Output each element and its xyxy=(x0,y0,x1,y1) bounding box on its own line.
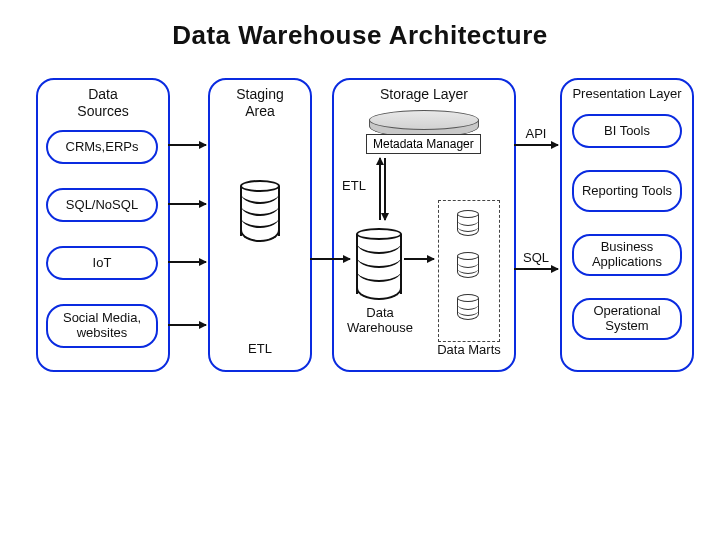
connector-sql-label: SQL xyxy=(518,250,554,265)
source-item-crms-erps: CRMs,ERPs xyxy=(46,130,158,164)
panel-title-storage: Storage Layer xyxy=(334,86,514,103)
staging-db-icon xyxy=(240,180,280,242)
source-item-iot: IoT xyxy=(46,246,158,280)
arrow-metadata-to-dw xyxy=(384,158,386,220)
presentation-item-bi: BI Tools xyxy=(572,114,682,148)
panel-staging-area: Staging Area ETL xyxy=(208,78,312,372)
metadata-manager-label: Metadata Manager xyxy=(366,134,481,154)
arrow-source-to-staging xyxy=(168,144,206,146)
data-mart-db-icon xyxy=(457,252,479,278)
arrow-staging-to-storage xyxy=(310,258,350,260)
data-mart-db-icon xyxy=(457,294,479,320)
arrow-dw-to-marts xyxy=(404,258,434,260)
diagram-title: Data Warehouse Architecture xyxy=(0,20,720,51)
data-marts-label: Data Marts xyxy=(434,342,504,357)
panel-storage-layer: Storage Layer Metadata Manager ETL Data … xyxy=(332,78,516,372)
arrow-source-to-staging xyxy=(168,261,206,263)
arrow-source-to-staging xyxy=(168,324,206,326)
presentation-item-business: Business Applications xyxy=(572,234,682,276)
arrow-storage-to-presentation-api xyxy=(514,144,558,146)
panel-title-sources: Data Sources xyxy=(38,86,168,120)
storage-etl-label: ETL xyxy=(336,178,372,193)
arrow-storage-to-presentation-sql xyxy=(514,268,558,270)
presentation-item-reporting: Reporting Tools xyxy=(572,170,682,212)
panel-data-sources: Data Sources CRMs,ERPs SQL/NoSQL IoT Soc… xyxy=(36,78,170,372)
arrow-source-to-staging xyxy=(168,203,206,205)
source-item-social: Social Media, websites xyxy=(46,304,158,348)
presentation-item-operational: Operational System xyxy=(572,298,682,340)
data-warehouse-db-icon xyxy=(356,228,402,300)
panel-title-presentation: Presentation Layer xyxy=(562,86,692,102)
source-item-sql-nosql: SQL/NoSQL xyxy=(46,188,158,222)
data-mart-db-icon xyxy=(457,210,479,236)
connector-api-label: API xyxy=(518,126,554,141)
panel-title-staging: Staging Area xyxy=(210,86,310,120)
panel-presentation-layer: Presentation Layer BI Tools Reporting To… xyxy=(560,78,694,372)
staging-etl-label: ETL xyxy=(210,341,310,356)
arrow-dw-to-metadata xyxy=(379,158,381,220)
data-warehouse-label: Data Warehouse xyxy=(340,306,420,336)
